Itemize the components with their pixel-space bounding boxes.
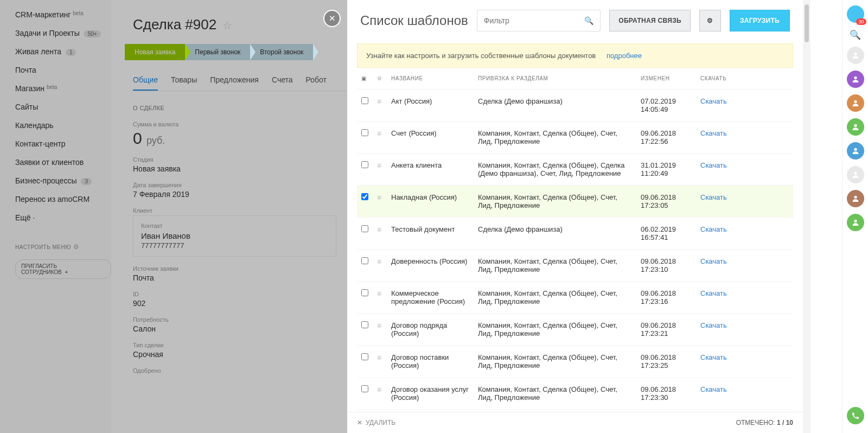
- cell-binding: Компания, Контакт, Сделка (Общее), Счет,…: [474, 250, 636, 282]
- download-link[interactable]: Скачать: [700, 257, 727, 265]
- cell-date: 06.02.201916:57:41: [636, 218, 696, 250]
- row-checkbox[interactable]: [361, 225, 368, 232]
- col-changed[interactable]: ИЗМЕНЕН: [636, 68, 696, 90]
- feedback-button[interactable]: ОБРАТНАЯ СВЯЗЬ: [609, 10, 691, 31]
- row-checkbox[interactable]: [361, 385, 368, 392]
- table-row[interactable]: ≡Договор подряда (Россия)Компания, Конта…: [357, 314, 793, 346]
- row-checkbox[interactable]: [361, 193, 368, 200]
- cell-binding: Компания, Контакт, Сделка (Общее), Счет,…: [474, 346, 636, 378]
- table-row[interactable]: ≡Коммерческое предложение (Россия)Компан…: [357, 282, 793, 314]
- cell-binding: Компания, Контакт, Сделка (Общее), Счет,…: [474, 314, 636, 346]
- drag-handle-icon[interactable]: ≡: [377, 193, 381, 202]
- cell-name: Счет (Россия): [387, 122, 474, 154]
- drag-handle-icon[interactable]: ≡: [377, 385, 381, 394]
- avatar[interactable]: [847, 166, 864, 183]
- table-row[interactable]: ≡Анкета клиентаКомпания, Контакт, Сделка…: [357, 154, 793, 186]
- settings-button[interactable]: ⚙: [699, 10, 721, 31]
- drag-handle-icon[interactable]: ≡: [377, 321, 381, 330]
- table-row[interactable]: ≡Договор оказания услуг (Россия)Компания…: [357, 378, 793, 410]
- filter-box[interactable]: 🔍: [477, 10, 601, 31]
- notice-banner: Узнайте как настроить и загрузить собств…: [357, 43, 793, 68]
- table-row[interactable]: ≡Тестовый документСделка (Демо франшиза)…: [357, 218, 793, 250]
- panel-footer: ✕УДАЛИТЬ ОТМЕЧЕНО: 1 / 10: [347, 412, 803, 433]
- cell-binding: Компания, Контакт, Сделка (Общее), Счет,…: [474, 378, 636, 410]
- svg-point-5: [854, 172, 857, 175]
- avatar[interactable]: [847, 47, 864, 64]
- download-link[interactable]: Скачать: [700, 385, 727, 393]
- row-checkbox[interactable]: [361, 257, 368, 264]
- filter-input[interactable]: [484, 16, 585, 25]
- cell-binding: Компания, Контакт, Сделка (Общее), Счет,…: [474, 186, 636, 218]
- cell-binding: Компания, Контакт, Сделка (Общее), Счет,…: [474, 282, 636, 314]
- drag-handle-icon[interactable]: ≡: [377, 129, 381, 138]
- search-icon[interactable]: 🔍: [847, 29, 864, 40]
- cell-name: Договор подряда (Россия): [387, 314, 474, 346]
- drag-handle-icon[interactable]: ≡: [377, 257, 381, 266]
- templates-panel: Список шаблонов 🔍 ОБРАТНАЯ СВЯЗЬ ⚙ ЗАГРУ…: [347, 0, 803, 433]
- svg-point-1: [854, 77, 857, 79]
- download-link[interactable]: Скачать: [700, 97, 727, 105]
- avatar[interactable]: [847, 142, 864, 160]
- download-link[interactable]: Скачать: [700, 321, 727, 329]
- cell-name: Доверенность (Россия): [387, 250, 474, 282]
- svg-point-3: [854, 124, 857, 127]
- download-link[interactable]: Скачать: [700, 129, 727, 137]
- download-link[interactable]: Скачать: [700, 289, 727, 297]
- row-checkbox[interactable]: [361, 129, 368, 136]
- cell-binding: Компания, Контакт, Сделка (Общее), Счет,…: [474, 122, 636, 154]
- row-checkbox[interactable]: [361, 289, 368, 296]
- avatar[interactable]: [847, 190, 864, 207]
- table-gear-icon[interactable]: ⚙: [377, 75, 382, 81]
- cell-date: 31.01.201911:20:49: [636, 154, 696, 186]
- templates-table: ▣ ⚙ НАЗВАНИЕ ПРИВЯЗКА К РАЗДЕЛАМ ИЗМЕНЕН…: [357, 68, 793, 410]
- drag-handle-icon[interactable]: ≡: [377, 353, 381, 362]
- notice-more-link[interactable]: подробнее: [607, 52, 642, 60]
- cell-date: 09.06.201817:23:16: [636, 282, 696, 314]
- close-button[interactable]: ✕: [323, 10, 341, 27]
- svg-point-7: [854, 220, 857, 222]
- avatar[interactable]: [847, 214, 864, 231]
- cell-date: 09.06.201817:23:05: [636, 186, 696, 218]
- panel-title: Список шаблонов: [360, 13, 468, 28]
- avatar[interactable]: [847, 71, 864, 88]
- table-row[interactable]: ≡Акт (Россия)Сделка (Демо франшиза)07.02…: [357, 90, 793, 122]
- cell-date: 07.02.201914:05:49: [636, 90, 696, 122]
- row-checkbox[interactable]: [361, 97, 368, 104]
- modal-overlay[interactable]: [0, 0, 347, 433]
- download-link[interactable]: Скачать: [700, 225, 727, 233]
- table-row[interactable]: ≡Счет (Россия)Компания, Контакт, Сделка …: [357, 122, 793, 154]
- download-link[interactable]: Скачать: [700, 161, 727, 169]
- cell-date: 09.06.201817:23:25: [636, 346, 696, 378]
- row-checkbox[interactable]: [361, 161, 368, 168]
- col-binding[interactable]: ПРИВЯЗКА К РАЗДЕЛАМ: [474, 68, 636, 90]
- call-button[interactable]: [847, 407, 864, 424]
- table-row[interactable]: ≡Накладная (Россия)Компания, Контакт, Сд…: [357, 186, 793, 218]
- notifications-badge: 30: [856, 18, 866, 25]
- download-link[interactable]: Скачать: [700, 353, 727, 361]
- search-icon[interactable]: 🔍: [584, 16, 593, 25]
- table-row[interactable]: ≡Доверенность (Россия)Компания, Контакт,…: [357, 250, 793, 282]
- avatar[interactable]: [847, 94, 864, 112]
- drag-handle-icon[interactable]: ≡: [377, 225, 381, 234]
- scrollbar[interactable]: [803, 0, 810, 433]
- table-row[interactable]: ≡Договор поставки (Россия)Компания, Конт…: [357, 346, 793, 378]
- row-checkbox[interactable]: [361, 321, 368, 328]
- delete-button[interactable]: ✕УДАЛИТЬ: [357, 419, 395, 426]
- svg-point-6: [854, 196, 857, 199]
- close-icon: ✕: [357, 419, 362, 426]
- cell-name: Договор оказания услуг (Россия): [387, 378, 474, 410]
- collapse-icon[interactable]: ▣: [361, 75, 367, 81]
- cell-date: 09.06.201817:22:56: [636, 122, 696, 154]
- col-name[interactable]: НАЗВАНИЕ: [387, 68, 474, 90]
- drag-handle-icon[interactable]: ≡: [377, 97, 381, 106]
- upload-button[interactable]: ЗАГРУЗИТЬ: [730, 10, 790, 31]
- row-checkbox[interactable]: [361, 353, 368, 360]
- cell-date: 09.06.201817:23:30: [636, 378, 696, 410]
- col-download: СКАЧАТЬ: [696, 68, 793, 90]
- notifications[interactable]: 30: [847, 5, 864, 23]
- download-link[interactable]: Скачать: [700, 193, 727, 201]
- avatar[interactable]: [847, 118, 864, 136]
- cell-date: 09.06.201817:23:10: [636, 250, 696, 282]
- drag-handle-icon[interactable]: ≡: [377, 289, 381, 298]
- drag-handle-icon[interactable]: ≡: [377, 161, 381, 170]
